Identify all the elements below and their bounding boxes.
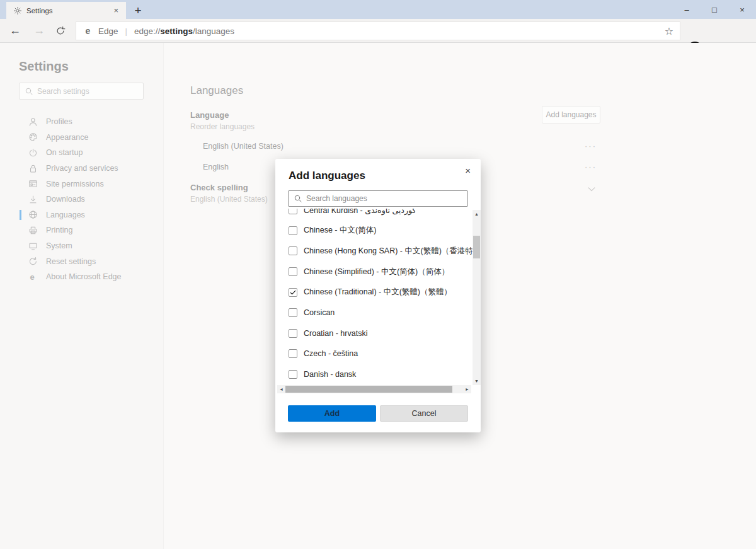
language-checkbox[interactable]	[289, 226, 297, 235]
language-list-viewport: Central Kurdish - کوردیی ناوەندی Chinese…	[275, 209, 472, 385]
language-option-label: Chinese (Hong Kong SAR) - 中文(繁體)（香港特別行政	[304, 246, 472, 257]
close-button[interactable]: ×	[728, 0, 756, 19]
cancel-button[interactable]: Cancel	[380, 405, 468, 422]
maximize-button[interactable]: □	[701, 0, 728, 19]
horizontal-scrollbar[interactable]: ◄ ►	[277, 385, 471, 393]
language-option-row[interactable]: Croatian - hrvatski	[275, 323, 472, 344]
tab-settings[interactable]: Settings ×	[6, 2, 126, 19]
check-icon	[289, 289, 297, 296]
edge-logo-icon	[84, 26, 94, 36]
search-icon	[294, 194, 302, 203]
language-checkbox[interactable]	[289, 329, 297, 338]
dialog-close-icon[interactable]: ×	[462, 164, 473, 177]
url-host: settings	[160, 26, 193, 36]
edge-brand-label: Edge	[98, 26, 118, 36]
url-prefix: edge://	[134, 26, 160, 36]
scroll-left-icon[interactable]: ◄	[277, 385, 285, 393]
url-path: /languages	[193, 26, 234, 36]
tab-title: Settings	[26, 7, 111, 14]
language-option-label: Chinese (Traditional) - 中文(繁體)（繁體）	[304, 287, 452, 298]
language-checkbox[interactable]	[289, 288, 297, 297]
language-checkbox[interactable]	[289, 267, 297, 276]
title-bar: Settings × + – □ ×	[0, 0, 756, 19]
vertical-scrollbar[interactable]: ▲ ▼	[472, 210, 481, 385]
search-languages-input[interactable]	[306, 194, 462, 203]
language-checkbox[interactable]	[289, 349, 297, 358]
language-list: Central Kurdish - کوردیی ناوەندی Chinese…	[275, 209, 472, 384]
address-bar[interactable]: Edge | edge://settings/languages ☆	[76, 21, 680, 40]
language-option-label: Danish - dansk	[304, 370, 356, 379]
language-option-row[interactable]: Danish - dansk	[275, 364, 472, 385]
dialog-title: Add languages	[289, 170, 365, 182]
language-option-row[interactable]: Chinese (Simplified) - 中文(简体)（简体）	[275, 262, 472, 282]
window-controls: – □ ×	[673, 0, 756, 19]
add-languages-dialog: × Add languages Central Kurdish - کوردیی…	[275, 159, 481, 432]
language-checkbox[interactable]	[289, 308, 297, 317]
language-option-row[interactable]: Central Kurdish - کوردیی ناوەندی	[275, 209, 472, 221]
new-tab-button[interactable]: +	[129, 2, 147, 19]
horizontal-scroll-thumb[interactable]	[285, 386, 452, 393]
language-option-row[interactable]: Chinese (Hong Kong SAR) - 中文(繁體)（香港特別行政	[275, 241, 472, 262]
browser-window: Settings × + – □ × ← → Edge | edge://set…	[0, 0, 756, 549]
scroll-down-icon[interactable]: ▼	[472, 377, 481, 385]
language-option-row[interactable]: Chinese (Traditional) - 中文(繁體)（繁體）	[275, 282, 472, 303]
add-button[interactable]: Add	[288, 405, 376, 422]
language-checkbox[interactable]	[289, 246, 297, 255]
language-option-label: Corsican	[304, 308, 335, 317]
url-separator: |	[125, 26, 127, 36]
gear-icon	[13, 6, 22, 15]
url-text: edge://settings/languages	[134, 26, 234, 36]
dialog-search-box	[288, 190, 468, 207]
language-option-label: Chinese - 中文(简体)	[304, 225, 376, 236]
language-option-row[interactable]: Czech - čeština	[275, 344, 472, 364]
language-checkbox[interactable]	[289, 209, 297, 214]
favorites-star-icon[interactable]: ☆	[665, 25, 673, 37]
browser-toolbar: ← → Edge | edge://settings/languages ☆ ·…	[0, 19, 756, 43]
back-button[interactable]: ←	[8, 24, 23, 37]
language-option-row[interactable]: Corsican	[275, 303, 472, 323]
language-option-label: Czech - čeština	[304, 349, 358, 358]
refresh-button[interactable]	[55, 26, 66, 36]
language-option-row[interactable]: Chinese - 中文(简体)	[275, 221, 472, 241]
scroll-right-icon[interactable]: ►	[463, 385, 471, 393]
scroll-up-icon[interactable]: ▲	[472, 210, 481, 218]
language-option-label: Central Kurdish - کوردیی ناوەندی	[304, 209, 416, 215]
minimize-button[interactable]: –	[673, 0, 701, 19]
vertical-scroll-thumb[interactable]	[473, 236, 480, 258]
forward-button[interactable]: →	[32, 24, 47, 37]
language-option-label: Chinese (Simplified) - 中文(简体)（简体）	[304, 267, 449, 277]
language-checkbox[interactable]	[289, 370, 297, 379]
tab-close-icon[interactable]: ×	[111, 6, 121, 15]
language-option-label: Croatian - hrvatski	[304, 329, 367, 338]
